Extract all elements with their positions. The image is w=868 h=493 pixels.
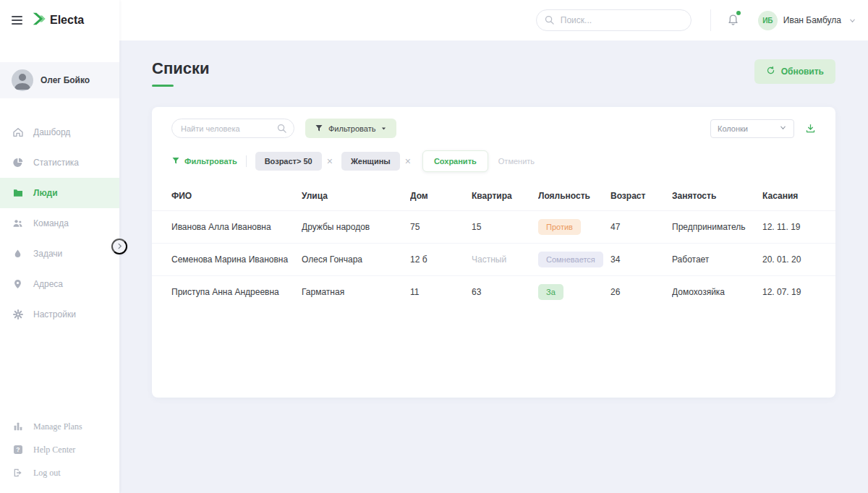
- sidebar-item-settings[interactable]: Настройки: [0, 299, 119, 330]
- brand-logo[interactable]: Electa: [31, 11, 84, 30]
- plans-icon: [12, 421, 24, 432]
- sidebar-item-people[interactable]: Люди: [0, 178, 119, 208]
- sidebar-item-label: Команда: [33, 218, 69, 228]
- sidebar-profile[interactable]: Олег Бойко: [0, 62, 119, 98]
- chevron-down-icon: [848, 17, 856, 25]
- sidebar-item-logout[interactable]: Log out: [0, 461, 119, 484]
- sidebar-item-dashboard[interactable]: Дашборд: [0, 117, 119, 147]
- person-search: [171, 119, 294, 138]
- save-filter-button[interactable]: Сохранить: [422, 150, 488, 172]
- touch-cell: 12. 11. 19: [762, 211, 835, 244]
- notifications-button[interactable]: [726, 11, 741, 30]
- active-filter-label[interactable]: Фильтровать: [171, 156, 237, 166]
- user-name: Иван Бамбула: [783, 15, 841, 25]
- download-button[interactable]: [805, 123, 816, 134]
- sidebar-item-label: Help Center: [33, 445, 75, 455]
- topbar-divider: [710, 9, 711, 31]
- sidebar-item-label: Настройки: [33, 309, 76, 320]
- sidebar-item-statistics[interactable]: Статистика: [0, 147, 119, 178]
- folder-icon: [12, 187, 24, 199]
- chip-close-icon[interactable]: ×: [327, 156, 333, 166]
- table-header-row: ФИОУлицаДомКвартираЛояльностьВозрастЗаня…: [152, 181, 835, 211]
- column-header: Занятость: [672, 181, 762, 211]
- apartment-cell: 15: [472, 211, 538, 244]
- age-cell: 26: [610, 276, 672, 309]
- sidebar-item-team[interactable]: Команда: [0, 208, 119, 239]
- gear-icon: [12, 309, 24, 320]
- global-search-input[interactable]: [536, 9, 692, 31]
- refresh-label: Обновить: [781, 67, 824, 77]
- filter-chip[interactable]: Возраст> 50: [255, 152, 322, 171]
- page-head: Списки Обновить: [152, 59, 835, 87]
- sidebar-header: Electa: [0, 0, 119, 40]
- caret-down-icon: [380, 124, 387, 133]
- column-header: Улица: [302, 181, 410, 211]
- sidebar-collapse-button[interactable]: [111, 239, 127, 254]
- card-toolbar: Фильтровать Колонки: [152, 113, 835, 147]
- loyalty-badge: Сомневается: [538, 252, 603, 267]
- filter-chip[interactable]: Женщины: [341, 152, 400, 171]
- active-filter-text: Фильтровать: [184, 157, 237, 166]
- sidebar-item-label: Адреса: [33, 279, 63, 289]
- column-header: Касания: [762, 181, 835, 211]
- columns-select[interactable]: Колонки: [710, 119, 794, 138]
- apartment-cell: Частный: [472, 244, 538, 276]
- column-header: Лояльность: [538, 181, 610, 211]
- logout-icon: [12, 467, 24, 479]
- brand-name: Electa: [50, 14, 84, 27]
- age-cell: 34: [610, 244, 672, 276]
- menu-icon[interactable]: [12, 14, 22, 27]
- sidebar-item-tasks[interactable]: Задачи: [0, 239, 119, 269]
- occupation-cell: Предприниматель: [672, 211, 762, 244]
- filter-button[interactable]: Фильтровать: [305, 119, 396, 138]
- sidebar-nav: ДашбордСтатистикаЛюдиКомандаЗадачиАдреса…: [0, 117, 119, 330]
- funnel-icon: [315, 124, 323, 134]
- users-icon: [12, 218, 24, 229]
- list-card: Фильтровать Колонки Фильтровать: [152, 107, 835, 398]
- table-row[interactable]: Приступа Анна АндреевнаГарматная1163За26…: [152, 276, 835, 309]
- column-header: ФИО: [152, 181, 302, 211]
- apartment-cell: 63: [472, 276, 538, 309]
- columns-select-value: Колонки: [718, 124, 748, 133]
- occupation-cell: Работает: [672, 244, 762, 276]
- refresh-button[interactable]: Обновить: [754, 59, 835, 84]
- sidebar-item-label: Люди: [33, 188, 58, 198]
- search-icon[interactable]: [276, 123, 287, 137]
- table-row[interactable]: Семенова Марина ИвановнаОлеся Гончара12 …: [152, 244, 835, 276]
- sidebar-item-label: Статистика: [33, 158, 79, 168]
- sidebar-item-label: Manage Plans: [33, 421, 82, 432]
- loyalty-cell: За: [538, 276, 610, 309]
- app: Electa Олег Бойко ДашбордСтатистикаЛюдиК…: [0, 0, 868, 493]
- occupation-cell: Домохозяйка: [672, 276, 762, 309]
- street-cell: Олеся Гончара: [302, 244, 410, 276]
- column-header: Квартира: [472, 181, 538, 211]
- loyalty-badge: За: [538, 284, 563, 300]
- street-cell: Дружбы народов: [302, 211, 410, 244]
- topbar-search: [536, 9, 692, 31]
- sidebar: Electa Олег Бойко ДашбордСтатистикаЛюдиК…: [0, 0, 119, 493]
- loyalty-badge: Против: [538, 219, 581, 235]
- sidebar-item-label: Задачи: [33, 249, 62, 259]
- pie-icon: [12, 157, 24, 168]
- sidebar-item-manage-plans[interactable]: Manage Plans: [0, 415, 119, 438]
- electa-logo-icon: [31, 11, 47, 30]
- street-cell: Гарматная: [302, 276, 410, 309]
- profile-name: Олег Бойко: [41, 75, 90, 85]
- user-menu[interactable]: ИБ Иван Бамбула: [758, 11, 856, 30]
- fio-cell: Приступа Анна Андреевна: [152, 276, 302, 309]
- cancel-filter-button[interactable]: Отменить: [498, 157, 535, 166]
- chip-close-icon[interactable]: ×: [405, 156, 411, 166]
- home-icon: [12, 127, 24, 138]
- chevron-down-icon: [779, 124, 787, 133]
- avatar: [12, 69, 33, 91]
- fio-cell: Семенова Марина Ивановна: [152, 244, 302, 276]
- sidebar-item-help-center[interactable]: ?Help Center: [0, 438, 119, 461]
- sidebar-item-addresses[interactable]: Адреса: [0, 269, 119, 299]
- touch-cell: 20. 01. 20: [762, 244, 835, 276]
- people-table: ФИОУлицаДомКвартираЛояльностьВозрастЗаня…: [152, 181, 835, 308]
- column-header: Дом: [410, 181, 472, 211]
- search-icon: [544, 14, 555, 28]
- toolbar-right: Колонки: [710, 119, 816, 138]
- table-row[interactable]: Иванова Алла ИвановнаДружбы народов7515П…: [152, 211, 835, 244]
- filter-button-label: Фильтровать: [328, 124, 375, 133]
